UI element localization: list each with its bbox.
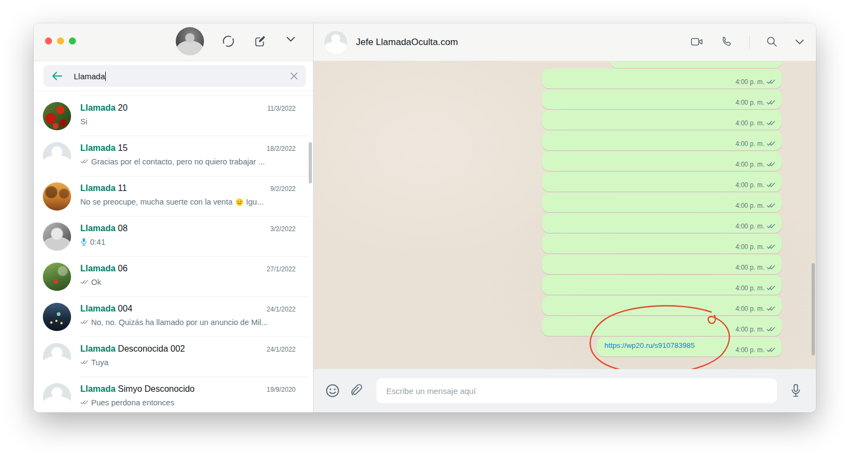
chat-list-item[interactable]: Llamada 00424/1/2022No, no. Quizás ha ll… xyxy=(34,297,313,337)
chat-scrollbar[interactable] xyxy=(812,263,815,355)
chat-list: Llamada 2011/3/2022SiLlamada 1518/2/2022… xyxy=(34,91,313,412)
double-check-icon xyxy=(767,327,775,332)
message-time: 4:00 p. m. xyxy=(736,161,775,168)
double-check-icon xyxy=(80,320,88,325)
double-check-icon xyxy=(767,244,775,250)
text-caret xyxy=(105,72,106,81)
double-check-icon xyxy=(767,141,775,147)
attach-icon[interactable] xyxy=(349,384,363,398)
outgoing-message-bubble: 4:00 p. m. xyxy=(542,275,782,295)
chat-list-item[interactable]: Llamada 083/2/20220:41 xyxy=(34,217,313,257)
message-time: 4:00 p. m. xyxy=(736,78,775,86)
chat-preview: Gracias por el contacto, pero no quiero … xyxy=(80,157,291,166)
chat-list-item[interactable]: Llamada Desconocida 00224/1/2022Tuya xyxy=(34,337,313,377)
chat-list-item[interactable]: Llamada 1518/2/2022Gracias por el contac… xyxy=(34,136,313,176)
search-input-value: Llamada xyxy=(74,72,290,81)
outgoing-message-bubble: 4:00 p. m. xyxy=(542,172,782,192)
chat-list-item[interactable]: Llamada Simyo Desconocido19/9/2020Pues p… xyxy=(34,377,313,412)
chat-list-item[interactable]: Llamada 119/2/2022No se preocupe, mucha … xyxy=(34,176,313,217)
chat-list-item[interactable]: Llamada 0627/1/2022Ok xyxy=(34,257,313,297)
message-time: 4:00 p. m. xyxy=(736,326,775,333)
video-call-icon[interactable] xyxy=(691,36,704,49)
sidebar-toolbar xyxy=(34,23,313,61)
new-chat-icon[interactable] xyxy=(253,35,266,48)
double-check-icon xyxy=(80,400,88,405)
mic-icon[interactable] xyxy=(790,384,804,398)
double-check-icon xyxy=(767,182,775,188)
partial-message-bubble xyxy=(610,61,782,68)
message-time: 4:00 p. m. xyxy=(736,202,775,209)
chat-preview: Pues perdona entonces xyxy=(80,398,291,407)
double-check-icon xyxy=(767,265,775,270)
outgoing-message-bubble: 4:00 p. m. xyxy=(542,213,782,233)
minimize-window-button[interactable] xyxy=(57,37,64,44)
double-check-icon xyxy=(767,347,775,353)
chat-list-item[interactable]: Llamada 2011/3/2022Si xyxy=(34,96,313,136)
double-check-icon xyxy=(80,360,88,365)
chat-date: 9/2/2022 xyxy=(270,185,296,193)
chat-date: 24/1/2022 xyxy=(267,346,296,353)
search-row: Llamada xyxy=(34,61,313,91)
chat-date: 24/1/2022 xyxy=(267,306,296,313)
header-divider xyxy=(749,36,750,49)
chat-avatar xyxy=(43,142,71,170)
double-check-icon xyxy=(767,306,775,311)
chat-avatar xyxy=(43,102,71,130)
smiley-emoji-icon xyxy=(235,198,244,206)
chat-title: Jefe LlamadaOculta.com xyxy=(356,37,691,48)
emoji-icon[interactable] xyxy=(326,384,340,398)
chat-name: Llamada 11 xyxy=(80,183,265,193)
chat-preview: Tuya xyxy=(80,358,291,367)
message-input[interactable]: Escribe un mensaje aquí xyxy=(376,378,777,403)
message-input-placeholder: Escribe un mensaje aquí xyxy=(386,386,476,396)
double-check-icon xyxy=(767,285,775,291)
outgoing-message-bubble: 4:00 p. m. xyxy=(542,131,782,150)
outgoing-message-bubble: 4:00 p. m. xyxy=(542,69,782,88)
contact-avatar[interactable] xyxy=(324,31,347,54)
back-arrow-icon[interactable] xyxy=(51,70,63,82)
outgoing-message-bubble: 4:00 p. m. xyxy=(542,296,782,315)
voice-note-mic-icon xyxy=(80,238,87,246)
chat-name: Llamada 15 xyxy=(80,143,261,153)
voice-call-icon[interactable] xyxy=(720,36,733,49)
app-window: Llamada Llamada 2011/3/2022SiLlamada 151… xyxy=(34,23,816,412)
chat-name: Llamada 20 xyxy=(80,103,262,113)
chat-avatar xyxy=(43,263,71,291)
zoom-window-button[interactable] xyxy=(69,37,76,44)
message-time: 4:00 p. m. xyxy=(736,346,775,354)
clear-search-icon[interactable] xyxy=(290,72,298,80)
search-icon[interactable] xyxy=(766,36,779,49)
outgoing-message-bubble: 4:00 p. m. xyxy=(542,316,782,336)
outgoing-message-bubble: 4:00 p. m. xyxy=(542,255,782,274)
chat-date: 18/2/2022 xyxy=(267,145,296,152)
message-link[interactable]: https://wp20.ru/s910783985 xyxy=(604,341,695,349)
profile-avatar[interactable] xyxy=(176,27,204,55)
double-check-icon xyxy=(767,100,775,105)
outgoing-message-bubble: 4:00 p. m. xyxy=(542,110,782,130)
double-check-icon xyxy=(767,79,775,85)
message-time: 4:00 p. m. xyxy=(736,140,775,148)
message-time: 4:00 p. m. xyxy=(736,243,775,251)
sidebar-scrollbar[interactable] xyxy=(309,142,312,183)
double-check-icon xyxy=(767,162,775,167)
chevron-down-icon[interactable] xyxy=(286,37,299,46)
message-time: 4:00 p. m. xyxy=(736,264,775,271)
chat-name: Llamada 06 xyxy=(80,264,261,273)
composer: Escribe un mensaje aquí xyxy=(314,369,816,412)
status-icon[interactable] xyxy=(222,35,235,48)
chat-preview: Si xyxy=(80,117,291,126)
double-check-icon xyxy=(80,279,88,284)
chat-avatar xyxy=(43,303,71,331)
outgoing-message-bubble: 4:00 p. m. xyxy=(542,234,782,253)
outgoing-message-bubble: https://wp20.ru/s9107839854:00 p. m. xyxy=(597,337,782,357)
outgoing-message-bubble: 4:00 p. m. xyxy=(542,90,782,109)
search-input[interactable]: Llamada xyxy=(43,65,306,87)
message-time: 4:00 p. m. xyxy=(736,284,775,292)
chat-avatar xyxy=(43,343,71,371)
double-check-icon xyxy=(767,203,775,208)
sidebar: Llamada Llamada 2011/3/2022SiLlamada 151… xyxy=(34,23,313,412)
close-window-button[interactable] xyxy=(45,37,52,44)
message-time: 4:00 p. m. xyxy=(736,99,775,106)
chevron-down-icon[interactable] xyxy=(795,36,804,49)
chat-date: 3/2/2022 xyxy=(270,225,296,233)
